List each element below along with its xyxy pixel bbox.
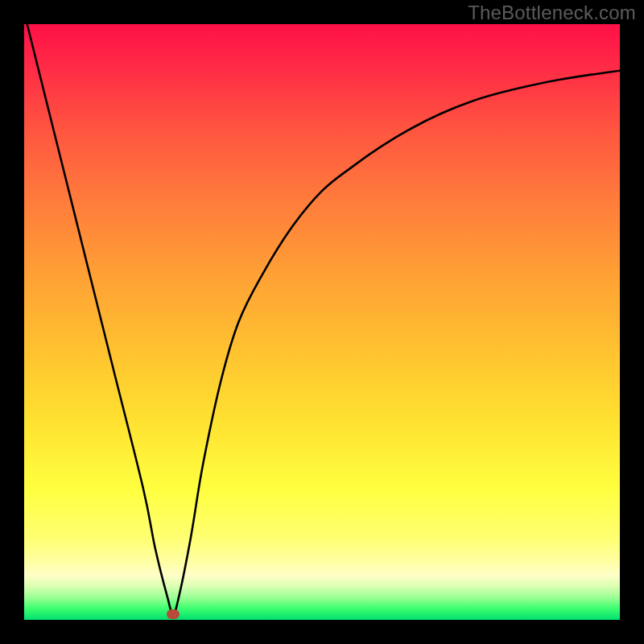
plot-area [24, 24, 620, 620]
chart-frame: TheBottleneck.com [0, 0, 644, 644]
minimum-marker [167, 609, 180, 619]
watermark-label: TheBottleneck.com [468, 2, 636, 24]
bottleneck-curve [24, 24, 620, 620]
